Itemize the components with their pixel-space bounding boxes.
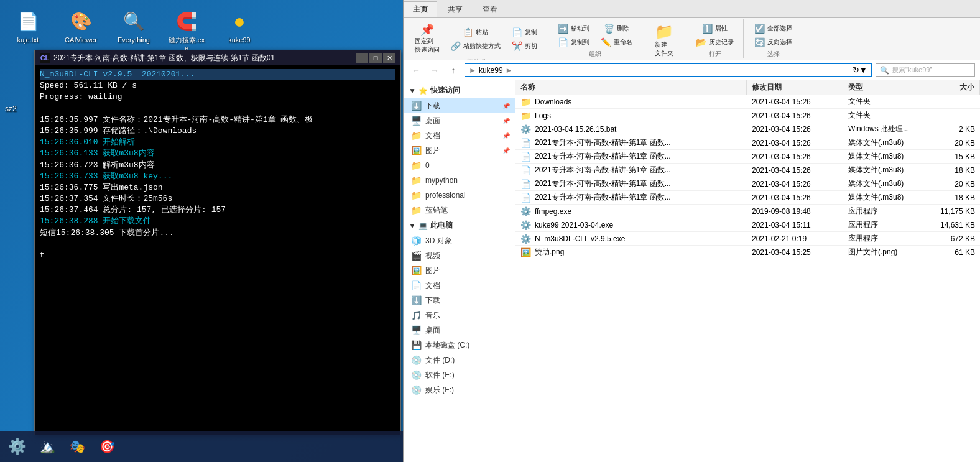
col-header-name[interactable]: 名称 xyxy=(515,80,747,95)
ribbon-tab-view[interactable]: 查看 xyxy=(473,1,507,17)
taskbar-app2-icon[interactable]: 🏔️ xyxy=(35,434,60,459)
table-row[interactable]: 📁 Logs 2021-03-04 15:26 文件夹 xyxy=(515,109,980,122)
taskbar-app4-icon[interactable]: 🎯 xyxy=(95,434,119,459)
desktop-icon-kuje[interactable]: 📄 kuje.txt xyxy=(6,6,50,55)
f-drive-label: 娱乐 (F:) xyxy=(425,385,510,395)
ribbon-new-folder-button[interactable]: 📁 新建文件夹 xyxy=(649,22,680,60)
desktop2-icon: 🖥️ xyxy=(411,325,422,335)
sidebar-item-d[interactable]: 💿 文件 (D:) xyxy=(404,353,515,367)
sidebar-item-c[interactable]: 💾 本地磁盘 (C:) xyxy=(404,338,515,353)
back-button[interactable]: ← xyxy=(409,63,423,78)
history-label: 历史记录 xyxy=(709,38,734,47)
quick-access-header[interactable]: ▼ ⭐ 快速访问 xyxy=(404,83,515,98)
quick-access-expand-icon: ▼ xyxy=(409,86,416,95)
ribbon-paste-button[interactable]: 📋 粘贴 xyxy=(446,26,505,39)
desktop-icon-kuke99[interactable]: ● kuke99 xyxy=(218,6,261,55)
taskbar-settings-icon[interactable]: ⚙️ xyxy=(5,434,30,459)
table-row[interactable]: ⚙️ N_m3u8DL-CLI_v2.9.5.exe 2021-02-21 0:… xyxy=(515,232,980,246)
file-type-icon: 📄 xyxy=(520,193,531,203)
table-row[interactable]: 🖼️ 赞助.png 2021-03-04 15:25 图片文件(.png) 61… xyxy=(515,246,980,259)
select-buttons: ☑️ 全部选择 🔄 反向选择 xyxy=(750,22,797,49)
desktop-icon-magnetic[interactable]: 🧲 磁力搜索.exe xyxy=(165,6,208,55)
forward-button[interactable]: → xyxy=(427,63,442,78)
address-refresh-button[interactable]: ↻ xyxy=(853,65,859,75)
ribbon-copy-button[interactable]: 📄 复制 xyxy=(507,26,542,39)
file-type-col: 应用程序 xyxy=(843,205,930,218)
ribbon-tab-bar: 主页 共享 查看 xyxy=(404,0,980,18)
delete-label: 删除 xyxy=(617,24,629,33)
copyto-icon: 📄 xyxy=(558,38,568,47)
ribbon-tab-home[interactable]: 主页 xyxy=(404,1,437,17)
sidebar-item-mypython[interactable]: 📁 mypython xyxy=(404,173,515,188)
table-row[interactable]: 📄 2021专升本-河南-高数-精讲-第1章 函数... 2021-03-04 … xyxy=(515,177,980,191)
ribbon-moveto-button[interactable]: ➡️ 移动到 xyxy=(553,22,594,35)
sidebar-item-downloads[interactable]: ⬇️ 下载 📌 xyxy=(404,98,515,113)
ribbon-delete-button[interactable]: 🗑️ 删除 xyxy=(596,22,637,35)
clipboard-col: 📋 粘贴 🔗 粘贴快捷方式 xyxy=(446,26,505,52)
ribbon-cut-button[interactable]: ✂️ 剪切 xyxy=(507,40,542,52)
table-row[interactable]: ⚙️ 2021-03-04 15.26.15.bat 2021-03-04 15… xyxy=(515,122,980,136)
ribbon-copyto-button[interactable]: 📄 复制到 xyxy=(553,36,594,49)
sidebar-item-music[interactable]: 🎵 音乐 xyxy=(404,308,515,323)
kuke99-icon: ● xyxy=(227,9,252,34)
file-type-icon: ⚙️ xyxy=(520,206,531,216)
cmd-maximize-button[interactable]: □ xyxy=(369,53,382,63)
col-header-type[interactable]: 类型 xyxy=(843,80,930,95)
ribbon-section-select: ☑️ 全部选择 🔄 反向选择 选择 xyxy=(745,19,802,58)
sidebar-item-video[interactable]: 🎬 视频 xyxy=(404,248,515,263)
kuke99-label: kuke99 xyxy=(228,36,250,44)
table-row[interactable]: ⚙️ ffmpeg.exe 2019-09-08 19:48 应用程序 11,1… xyxy=(515,205,980,218)
ribbon-invert-select-button[interactable]: 🔄 反向选择 xyxy=(750,36,797,49)
sidebar-item-desktop[interactable]: 🖥️ 桌面 📌 xyxy=(404,113,515,128)
ribbon-paste-shortcut-button[interactable]: 🔗 粘贴快捷方式 xyxy=(446,40,505,52)
sidebar-item-0[interactable]: 📁 0 xyxy=(404,158,515,173)
sidebar-item-e[interactable]: 💿 软件 (E:) xyxy=(404,367,515,382)
sidebar-item-desktop2[interactable]: 🖥️ 桌面 xyxy=(404,323,515,338)
paste-shortcut-label: 粘贴快捷方式 xyxy=(463,42,501,50)
file-name-col: ⚙️ ffmpeg.exe xyxy=(515,205,747,218)
file-size-col: 11,175 KB xyxy=(930,205,980,218)
col-header-size[interactable]: 大小 xyxy=(930,80,980,95)
ribbon-pin-button[interactable]: 📌 固定到快速访问 xyxy=(411,22,443,57)
sidebar-item-professional[interactable]: 📁 professional xyxy=(404,188,515,203)
desktop-icon-everything[interactable]: 🔍 Everything xyxy=(112,6,155,55)
sidebar-item-pics[interactable]: 🖼️ 图片 📌 xyxy=(404,143,515,158)
desktop-icon-cai[interactable]: 🎨 CAIViewer xyxy=(59,6,103,55)
cmd-close-button[interactable]: ✕ xyxy=(383,53,395,63)
ribbon-rename-button[interactable]: ✏️ 重命名 xyxy=(596,36,637,49)
col-header-date[interactable]: 修改日期 xyxy=(747,80,843,95)
sidebar-item-documents[interactable]: 📄 文档 xyxy=(404,278,515,293)
table-row[interactable]: 📄 2021专升本-河南-高数-精讲-第1章 函数... 2021-03-04 … xyxy=(515,136,980,150)
cmd-line-2: Speed: 561.11 KB / s xyxy=(40,80,395,91)
table-row[interactable]: 📄 2021专升本-河南-高数-精讲-第1章 函数... 2021-03-04 … xyxy=(515,150,980,164)
file-name-col: ⚙️ N_m3u8DL-CLI_v2.9.5.exe xyxy=(515,232,747,245)
ribbon-history-button[interactable]: 📂 历史记录 xyxy=(691,36,738,49)
sidebar-item-dl[interactable]: ⬇️ 下载 xyxy=(404,293,515,308)
address-dropdown-button[interactable]: ▼ xyxy=(859,65,867,75)
ribbon-properties-button[interactable]: ℹ️ 属性 xyxy=(691,22,738,35)
cmd-line-13: 15:26:37.464 总分片: 157, 已选择分片: 157 xyxy=(40,205,395,216)
sidebar-item-pictures[interactable]: 🖼️ 图片 xyxy=(404,263,515,278)
this-pc-header[interactable]: ▼ 💻 此电脑 xyxy=(404,218,515,233)
bluepencil-icon: 📁 xyxy=(411,205,422,215)
up-button[interactable]: ↑ xyxy=(446,63,461,78)
sidebar-item-f[interactable]: 💿 娱乐 (F:) xyxy=(404,382,515,397)
ribbon-tab-share[interactable]: 共享 xyxy=(438,1,472,17)
sidebar-item-docs[interactable]: 📁 文档 📌 xyxy=(404,128,515,143)
table-row[interactable]: ⚙️ kuke99 2021-03-04.exe 2021-03-04 15:1… xyxy=(515,218,980,232)
cmd-minimize-button[interactable]: ─ xyxy=(356,53,368,63)
table-row[interactable]: 📄 2021专升本-河南-高数-精讲-第1章 函数... 2021-03-04 … xyxy=(515,164,980,177)
file-name-text: Logs xyxy=(535,111,551,120)
search-box[interactable]: 🔍 搜索"kuke99" xyxy=(876,63,975,77)
kuje-label: kuje.txt xyxy=(17,36,39,44)
cmd-line-9: 15:26:36.723 解析m3u8内容 xyxy=(40,160,395,171)
dl-label: 下载 xyxy=(425,295,510,306)
ribbon-select-all-button[interactable]: ☑️ 全部选择 xyxy=(750,22,797,35)
address-breadcrumb[interactable]: ► kuke99 ► ↻ ▼ xyxy=(465,63,872,77)
sidebar-item-bluepencil[interactable]: 📁 蓝铅笔 xyxy=(404,203,515,218)
taskbar-app3-icon[interactable]: 🎭 xyxy=(65,434,90,459)
file-name-text: 2021专升本-河南-高数-精讲-第1章 函数... xyxy=(535,192,671,203)
table-row[interactable]: 📁 Downloads 2021-03-04 15:26 文件夹 xyxy=(515,95,980,109)
sidebar-item-3d[interactable]: 🧊 3D 对象 xyxy=(404,233,515,248)
table-row[interactable]: 📄 2021专升本-河南-高数-精讲-第1章 函数... 2021-03-04 … xyxy=(515,191,980,205)
